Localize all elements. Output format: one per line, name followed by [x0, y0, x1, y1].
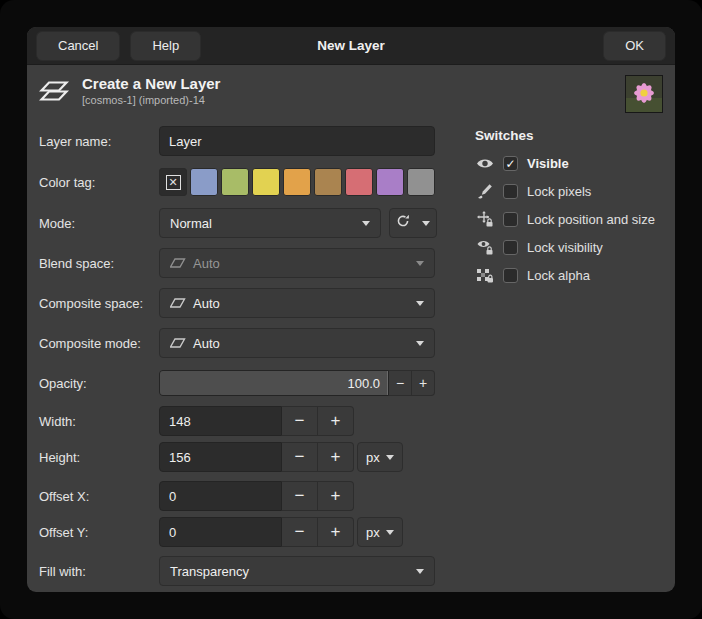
- height-input[interactable]: [159, 442, 282, 472]
- mode-options-button[interactable]: [389, 208, 437, 238]
- chevron-down-icon: [416, 301, 424, 306]
- offset-y-decrement-button[interactable]: −: [282, 517, 318, 547]
- switch-row-lock-position: ✓ Lock position and size: [475, 211, 655, 227]
- opacity-slider[interactable]: 100.0: [159, 370, 389, 396]
- offset-y-spinner: − +: [159, 517, 354, 547]
- chevron-down-icon: [416, 261, 424, 266]
- width-increment-button[interactable]: +: [318, 406, 354, 436]
- composite-mode-select[interactable]: Auto: [159, 328, 435, 358]
- opacity-row: Opacity: 100.0 − +: [39, 370, 451, 396]
- color-tag-label: Color tag:: [39, 175, 159, 190]
- color-tag-swatch-blue[interactable]: [190, 168, 218, 196]
- layer-glyph-icon: [170, 337, 186, 349]
- color-tag-swatch-red[interactable]: [345, 168, 373, 196]
- width-row: Width: − +: [39, 406, 451, 436]
- lock-alpha-checkbox[interactable]: ✓: [503, 268, 518, 283]
- lock-position-checkbox[interactable]: ✓: [503, 212, 518, 227]
- offset-x-row: Offset X: − +: [39, 481, 451, 511]
- chevron-down-icon: [416, 341, 424, 346]
- lock-pixels-checkbox[interactable]: ✓: [503, 184, 518, 199]
- color-tag-swatch-yellow[interactable]: [252, 168, 280, 196]
- fill-with-select[interactable]: Transparency: [159, 556, 435, 586]
- layers-icon: [39, 78, 73, 109]
- mode-select[interactable]: Normal: [159, 208, 381, 238]
- dialog-header-text: Create a New Layer [cosmos-1] (imported)…: [82, 75, 220, 106]
- color-tag-swatch-green[interactable]: [221, 168, 249, 196]
- offset-y-input[interactable]: [159, 517, 282, 547]
- fill-with-row: Fill with: Transparency: [39, 556, 451, 586]
- blend-space-row: Blend space: Auto: [39, 248, 451, 278]
- cancel-button[interactable]: Cancel: [36, 31, 120, 61]
- plus-icon: +: [331, 447, 341, 467]
- composite-space-select[interactable]: Auto: [159, 288, 435, 318]
- width-label: Width:: [39, 414, 159, 429]
- minus-icon: −: [295, 522, 305, 542]
- plus-icon: +: [331, 411, 341, 431]
- size-unit-value: px: [366, 450, 381, 465]
- window-title: New Layer: [27, 38, 675, 53]
- plus-icon: +: [419, 375, 427, 391]
- offset-y-row: Offset Y: − + px: [39, 517, 451, 547]
- lock-visibility-checkbox[interactable]: ✓: [503, 240, 518, 255]
- dialog-header: Create a New Layer [cosmos-1] (imported)…: [39, 75, 663, 113]
- opacity-value: 100.0: [347, 371, 380, 396]
- check-icon: ✓: [505, 158, 515, 170]
- chevron-down-icon: [422, 221, 430, 226]
- blend-space-value: Auto: [193, 256, 408, 271]
- switch-label: Lock position and size: [527, 212, 655, 227]
- height-spinner: − +: [159, 442, 354, 472]
- offset-x-label: Offset X:: [39, 489, 159, 504]
- color-tag-none-swatch[interactable]: ✕: [159, 168, 187, 196]
- offset-unit-select[interactable]: px: [357, 517, 403, 547]
- color-tag-swatch-brown[interactable]: [314, 168, 342, 196]
- minus-icon: −: [295, 486, 305, 506]
- composite-space-row: Composite space: Auto: [39, 288, 451, 318]
- color-tag-swatch-violet[interactable]: [376, 168, 404, 196]
- minus-icon: −: [396, 375, 404, 391]
- width-decrement-button[interactable]: −: [282, 406, 318, 436]
- dialog-content: Create a New Layer [cosmos-1] (imported)…: [27, 65, 675, 586]
- opacity-label: Opacity:: [39, 376, 159, 391]
- offset-x-decrement-button[interactable]: −: [282, 481, 318, 511]
- plus-icon: +: [331, 486, 341, 506]
- dialog-title: Create a New Layer: [82, 75, 220, 92]
- chevron-down-icon: [386, 530, 394, 535]
- switch-label: Lock pixels: [527, 184, 591, 199]
- dialog-subtitle: [cosmos-1] (imported)-14: [82, 94, 220, 106]
- chevron-down-icon: [362, 221, 370, 226]
- size-unit-select[interactable]: px: [357, 442, 403, 472]
- ok-button[interactable]: OK: [603, 31, 666, 61]
- offset-unit-value: px: [366, 525, 381, 540]
- offset-x-input[interactable]: [159, 481, 282, 511]
- help-button[interactable]: Help: [130, 31, 201, 61]
- dialog-body: Layer name: Color tag: ✕: [39, 126, 663, 586]
- opacity-increment-button[interactable]: +: [412, 370, 435, 396]
- offset-y-label: Offset Y:: [39, 525, 159, 540]
- width-input[interactable]: [159, 406, 282, 436]
- layer-name-label: Layer name:: [39, 134, 159, 149]
- opacity-decrement-button[interactable]: −: [389, 370, 412, 396]
- plus-icon: +: [331, 522, 341, 542]
- layer-name-input[interactable]: [159, 126, 435, 156]
- composite-space-value: Auto: [193, 296, 408, 311]
- switch-label: Lock alpha: [527, 268, 590, 283]
- visible-checkbox[interactable]: ✓: [503, 156, 518, 171]
- color-tag-swatch-gray[interactable]: [407, 168, 435, 196]
- composite-mode-value: Auto: [193, 336, 408, 351]
- offset-x-increment-button[interactable]: +: [318, 481, 354, 511]
- color-tag-swatch-orange[interactable]: [283, 168, 311, 196]
- color-tag-row: Color tag: ✕: [39, 168, 451, 196]
- switch-row-lock-visibility: ✓ Lock visibility: [475, 239, 655, 255]
- mode-row: Mode: Normal: [39, 208, 451, 238]
- height-increment-button[interactable]: +: [318, 442, 354, 472]
- offset-y-increment-button[interactable]: +: [318, 517, 354, 547]
- blend-space-select: Auto: [159, 248, 435, 278]
- layer-name-row: Layer name:: [39, 126, 451, 156]
- switch-row-lock-alpha: ✓ Lock alpha: [475, 267, 655, 283]
- height-decrement-button[interactable]: −: [282, 442, 318, 472]
- minus-icon: −: [295, 447, 305, 467]
- alpha-lock-icon: [475, 267, 495, 283]
- mode-label: Mode:: [39, 216, 159, 231]
- minus-icon: −: [295, 411, 305, 431]
- switch-label: Visible: [527, 156, 569, 171]
